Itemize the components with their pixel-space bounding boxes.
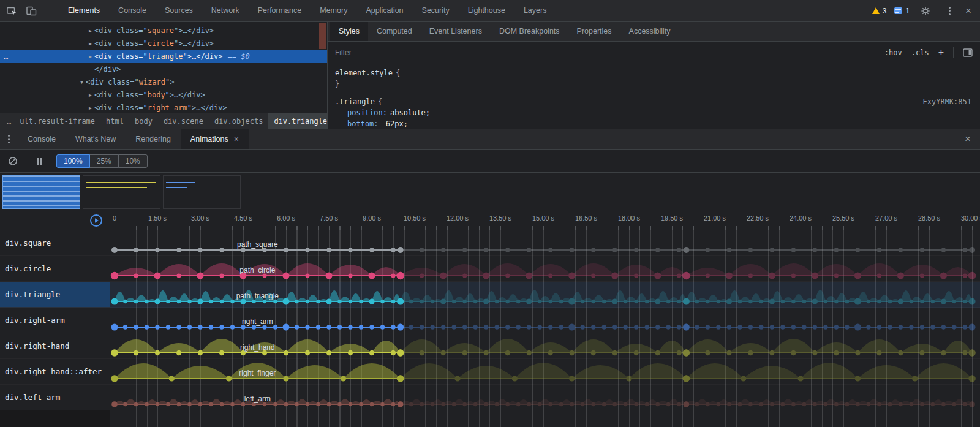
rule-selector[interactable]: element.style (335, 69, 393, 77)
dom-row-closing-div[interactable]: </div> (0, 63, 327, 76)
tab-lighthouse[interactable]: Lighthouse (459, 0, 514, 21)
tab-console[interactable]: Console (109, 0, 156, 21)
tab-event-listeners[interactable]: Event Listeners (421, 22, 491, 41)
animation-row-selector[interactable]: div.right-arm (0, 308, 110, 333)
preview-line (86, 187, 147, 188)
keyframe-track[interactable] (0, 359, 980, 385)
playback-rate-100-button[interactable]: 100% (56, 154, 90, 168)
keyframe-track[interactable] (0, 333, 980, 359)
animation-row-div-triangle[interactable]: path_triangle div.triangle (0, 282, 980, 308)
tab-properties[interactable]: Properties (568, 22, 620, 41)
expand-arrow-icon[interactable]: ▶ (86, 25, 94, 37)
tab-accessibility[interactable]: Accessibility (620, 22, 679, 41)
element-class-button[interactable]: .cls (911, 48, 929, 57)
rule-selector[interactable]: .triangle (335, 97, 375, 106)
toggle-sidebar-icon[interactable] (963, 48, 973, 57)
tab-elements[interactable]: Elements (59, 0, 109, 21)
styles-filter-input[interactable] (335, 48, 531, 57)
new-style-rule-button[interactable]: + (938, 47, 944, 58)
close-tab-icon[interactable]: × (234, 129, 239, 149)
animation-group-preview-3[interactable] (163, 175, 241, 209)
css-property-row[interactable]: position:absolute; (328, 107, 980, 118)
dom-row-triangle-selected[interactable]: … ▶<div class="triangle">…</div>== $0 (0, 50, 327, 63)
expand-arrow-icon[interactable]: ▶ (86, 102, 94, 113)
dom-row-body[interactable]: ▶<div class="body">…</div> (0, 89, 327, 102)
dom-row-square[interactable]: ▶<div class="square">…</div> (0, 25, 327, 37)
breadcrumb-item-objects[interactable]: div.objects (209, 113, 268, 129)
keyframe-track[interactable] (0, 308, 980, 333)
drawer-tab-rendering[interactable]: Rendering (126, 129, 181, 149)
css-property-row[interactable]: bottom:-62px; (328, 118, 980, 129)
issues-badge[interactable]: 1 (894, 7, 910, 15)
animation-row-selector[interactable]: div.square (0, 230, 110, 255)
animation-row-selector[interactable]: div.right-hand (0, 333, 110, 358)
keyframe-track[interactable] (0, 230, 980, 256)
drawer-tab-animations[interactable]: Animations × (181, 129, 249, 149)
keyframe-track[interactable] (0, 256, 980, 282)
tab-styles[interactable]: Styles (330, 22, 368, 41)
collapse-arrow-icon[interactable]: ▼ (78, 76, 86, 89)
playback-rate-10-button[interactable]: 10% (118, 154, 148, 168)
animation-row-selector[interactable]: div.right-hand::after (0, 359, 110, 384)
pause-all-icon[interactable] (32, 154, 47, 168)
breadcrumb-item-scene[interactable]: div.scene (158, 113, 209, 129)
drawer-menu-icon[interactable] (0, 129, 18, 149)
more-actions-icon[interactable]: … (4, 50, 9, 63)
dom-tree-scrollbar[interactable] (319, 23, 326, 49)
breadcrumb-item-html[interactable]: html (100, 113, 129, 129)
settings-gear-icon[interactable] (918, 3, 933, 19)
dom-row-circle[interactable]: ▶<div class="circle">…</div> (0, 37, 327, 50)
animation-row-selector[interactable]: div.triangle (0, 282, 110, 307)
tab-computed[interactable]: Computed (368, 22, 421, 41)
drawer-tab-whats-new[interactable]: What's New (66, 129, 126, 149)
breadcrumb-overflow-icon[interactable]: … (4, 117, 14, 126)
tab-dom-breakpoints[interactable]: DOM Breakpoints (491, 22, 568, 41)
tab-layers[interactable]: Layers (514, 0, 556, 21)
tab-memory[interactable]: Memory (311, 0, 356, 21)
expand-arrow-icon[interactable]: ▶ (86, 89, 94, 102)
device-toolbar-icon[interactable] (23, 3, 39, 19)
styles-rules-list[interactable]: element.style{ } .triangle{ ExyYRMK:851 … (328, 64, 980, 129)
styles-sidebar: Styles Computed Event Listeners DOM Brea… (328, 22, 980, 129)
drawer-tab-console[interactable]: Console (18, 129, 66, 149)
animation-row-div-right-hand-after[interactable]: right_finger div.right-hand::after (0, 359, 980, 385)
dom-tree-pane: ▶<div class="square">…</div> ▶<div class… (0, 22, 328, 129)
keyframe-track[interactable] (0, 282, 980, 308)
ruler-label: 22.50 s (747, 214, 769, 222)
tab-sources[interactable]: Sources (156, 0, 202, 21)
tab-security[interactable]: Security (413, 0, 459, 21)
animation-row-div-square[interactable]: path_square div.square (0, 230, 980, 256)
keyframe-track[interactable] (0, 385, 980, 410)
toolbar-left-icons (0, 3, 44, 19)
breadcrumb-item-body[interactable]: body (129, 113, 158, 129)
animation-row-div-left-arm[interactable]: left_arm div.left-arm (0, 385, 980, 410)
animation-row-div-right-hand[interactable]: right_hand div.right-hand (0, 333, 980, 359)
more-options-icon[interactable] (941, 3, 957, 19)
clear-all-icon[interactable] (6, 154, 20, 168)
replay-button[interactable] (89, 214, 103, 227)
animation-row-div-circle[interactable]: path_circle div.circle (0, 256, 980, 282)
playback-rate-25-button[interactable]: 25% (89, 154, 119, 168)
animation-row-selector[interactable]: div.left-arm (0, 385, 110, 410)
tab-network[interactable]: Network (202, 0, 249, 21)
dom-row-right-arm[interactable]: ▶<div class="right-arm">…</div> (0, 102, 327, 113)
pseudo-hov-button[interactable]: :hov (884, 48, 902, 57)
animation-group-preview-2[interactable] (83, 175, 160, 209)
dom-tree[interactable]: ▶<div class="square">…</div> ▶<div class… (0, 22, 327, 113)
expand-arrow-icon[interactable]: ▶ (86, 37, 94, 50)
animation-row-div-right-arm[interactable]: right_arm div.right-arm (0, 308, 980, 333)
breadcrumb-item-triangle-selected[interactable]: div.triangle (268, 113, 327, 129)
dom-row-wizard[interactable]: ▼<div class="wizard"> (0, 76, 327, 89)
expand-arrow-icon[interactable]: ▶ (86, 50, 94, 63)
breadcrumb-item-iframe[interactable]: ult.result-iframe (14, 113, 100, 129)
stylesheet-source-link[interactable]: ExyYRMK:851 (923, 96, 980, 107)
animation-row-selector[interactable]: div.circle (0, 256, 110, 281)
close-devtools-icon[interactable]: × (965, 6, 971, 16)
animation-group-preview-1[interactable] (2, 175, 80, 209)
animation-name-label: path_triangle (236, 292, 279, 300)
inspect-icon[interactable] (4, 3, 20, 19)
tab-performance[interactable]: Performance (249, 0, 311, 21)
warnings-badge[interactable]: 3 (872, 7, 887, 15)
close-drawer-icon[interactable]: × (956, 129, 980, 149)
tab-application[interactable]: Application (356, 0, 412, 21)
